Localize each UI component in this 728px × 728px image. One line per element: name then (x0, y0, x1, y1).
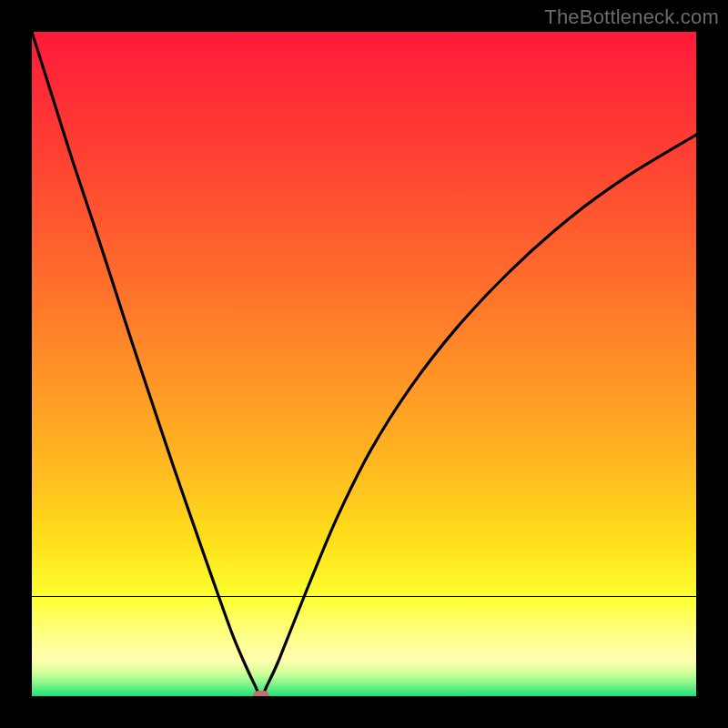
watermark-text: TheBottleneck.com (544, 5, 719, 29)
outer-frame: TheBottleneck.com (0, 0, 728, 728)
background-gradient (32, 32, 696, 696)
plot-area (32, 32, 696, 696)
optimum-marker (253, 691, 269, 696)
